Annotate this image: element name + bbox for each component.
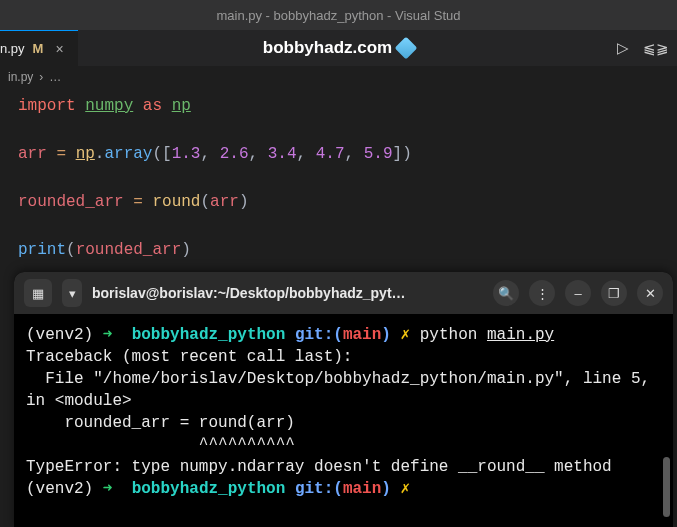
terminal-maximize-button[interactable]: ❐	[601, 280, 627, 306]
traceback-line: Traceback (most recent call last):	[26, 348, 352, 366]
split-editor-icon[interactable]: ⫹⫺	[643, 39, 669, 57]
terminal-panel: ▦ ▾ borislav@borislav:~/Desktop/bobbyhad…	[14, 272, 673, 527]
code-line-5: rounded_arr = round(arr)	[18, 190, 677, 214]
traceback-line: ^^^^^^^^^^	[26, 436, 295, 454]
code-line-4	[18, 166, 677, 190]
terminal-minimize-button[interactable]: –	[565, 280, 591, 306]
code-line-3: arr = np.array([1.3, 2.6, 3.4, 4.7, 5.9]…	[18, 142, 677, 166]
breadcrumb[interactable]: in.py › …	[0, 66, 677, 88]
terminal-dropdown-button[interactable]: ▾	[62, 279, 82, 307]
tab-close-icon[interactable]: ×	[51, 41, 67, 57]
tab-modified-badge: M	[33, 41, 44, 56]
cube-icon	[395, 37, 418, 60]
breadcrumb-file: in.py	[8, 70, 33, 84]
window-titlebar: main.py - bobbyhadz_python - Visual Stud	[0, 0, 677, 30]
brand-text: bobbyhadz.com	[263, 38, 392, 58]
terminal-scrollbar-thumb[interactable]	[663, 457, 670, 517]
tab-bar: n.py M × bobbyhadz.com ▷ ⫹⫺	[0, 30, 677, 66]
terminal-newtab-button[interactable]: ▦	[24, 279, 52, 307]
terminal-search-button[interactable]: 🔍	[493, 280, 519, 306]
run-icon[interactable]: ▷	[617, 39, 629, 57]
traceback-line: TypeError: type numpy.ndarray doesn't de…	[26, 458, 612, 476]
terminal-header: ▦ ▾ borislav@borislav:~/Desktop/bobbyhad…	[14, 272, 673, 314]
breadcrumb-separator: ›	[39, 70, 43, 84]
terminal-close-button[interactable]: ✕	[637, 280, 663, 306]
terminal-menu-button[interactable]: ⋮	[529, 280, 555, 306]
traceback-line: File "/home/borislav/Desktop/bobbyhadz_p…	[26, 370, 660, 410]
terminal-body[interactable]: (venv2) ➜ bobbyhadz_python git:(main) ✗ …	[14, 314, 673, 510]
code-editor[interactable]: import numpy as np arr = np.array([1.3, …	[0, 88, 677, 274]
window-title: main.py - bobbyhadz_python - Visual Stud	[216, 8, 460, 23]
terminal-title: borislav@borislav:~/Desktop/bobbyhadz_py…	[92, 285, 483, 301]
tab-main-py[interactable]: n.py M ×	[0, 30, 78, 66]
code-line-2	[18, 118, 677, 142]
code-line-7: print(rounded_arr)	[18, 238, 677, 262]
traceback-line: rounded_arr = round(arr)	[26, 414, 295, 432]
breadcrumb-more: …	[49, 70, 61, 84]
tab-filename: n.py	[0, 41, 25, 56]
code-line-6	[18, 214, 677, 238]
code-line-1: import numpy as np	[18, 94, 677, 118]
brand-label: bobbyhadz.com	[0, 38, 677, 58]
